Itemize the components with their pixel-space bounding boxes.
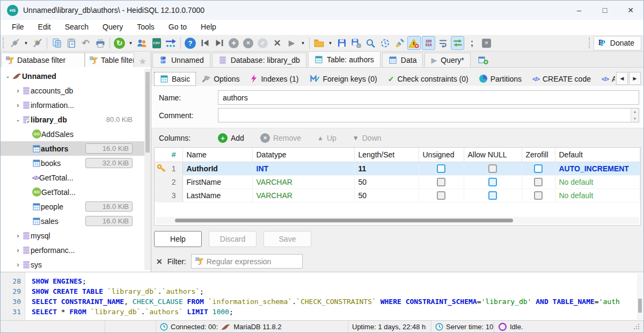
sql-log[interactable]: 28SHOW ENGINES;29SHOW CREATE TABLE `libr… bbox=[1, 272, 643, 321]
cancel-editing[interactable]: ✕ bbox=[270, 36, 284, 50]
grid-header-default[interactable]: Default bbox=[555, 148, 640, 162]
donate-grip[interactable] bbox=[589, 38, 591, 48]
export-grid-csv[interactable]: CSV bbox=[150, 36, 163, 50]
help[interactable]: ? bbox=[184, 36, 197, 50]
table-name-input[interactable] bbox=[218, 90, 639, 105]
save-button[interactable]: Save bbox=[264, 231, 311, 247]
checkbox-zerofill[interactable] bbox=[522, 162, 555, 175]
tree-item-mysql[interactable]: ›mysql bbox=[1, 228, 151, 243]
discard-button[interactable]: Discard bbox=[209, 231, 257, 247]
open-dropdown[interactable]: ▼ bbox=[327, 36, 334, 50]
tree-item-books[interactable]: books32.0 KiB bbox=[1, 156, 151, 170]
record-first[interactable] bbox=[198, 36, 211, 50]
grid-hscrollbar[interactable] bbox=[156, 217, 639, 224]
subtab-create-code[interactable]: </>CREATE code bbox=[527, 72, 596, 86]
binary-view-toggle[interactable]: 100010 bbox=[422, 36, 435, 50]
save[interactable] bbox=[335, 36, 348, 50]
delimiter[interactable]: ; bbox=[465, 36, 479, 50]
move-up-button[interactable]: ▲ Up bbox=[317, 134, 336, 142]
cell-default[interactable]: No default bbox=[555, 175, 640, 189]
refresh[interactable]: ↻ bbox=[113, 36, 126, 50]
filter-close-icon[interactable]: ✕ bbox=[156, 257, 163, 266]
checkbox-allow-null[interactable] bbox=[464, 175, 522, 189]
grid-header-datatype[interactable]: Datatype bbox=[252, 148, 354, 162]
reformat-sql[interactable] bbox=[451, 36, 464, 50]
checkbox-allow-null[interactable] bbox=[464, 189, 522, 202]
tree-chevron-icon[interactable]: ⌄ bbox=[4, 73, 12, 79]
wrap-lines[interactable] bbox=[436, 36, 450, 50]
record-delete[interactable]: ✕ bbox=[241, 36, 255, 50]
checkbox-unsigned[interactable] bbox=[419, 162, 464, 175]
checkbox-zerofill[interactable] bbox=[522, 189, 555, 202]
cell-datatype[interactable]: VARCHAR bbox=[252, 189, 354, 202]
comment-spinner[interactable]: ▲▼ bbox=[631, 108, 639, 122]
tab-data[interactable]: Data bbox=[382, 53, 423, 67]
subtab-basic[interactable]: Basic bbox=[154, 72, 196, 86]
clear-log[interactable]: ✕ bbox=[480, 36, 493, 50]
favorites-star-icon[interactable]: ★ bbox=[138, 56, 147, 67]
sql-log-scrollbar[interactable] bbox=[637, 273, 643, 320]
tab-query[interactable]: ▶Query* bbox=[425, 53, 470, 67]
tree-chevron-icon[interactable]: › bbox=[14, 86, 22, 95]
tree-chevron-icon[interactable]: ⌄ bbox=[14, 117, 22, 122]
print[interactable] bbox=[93, 36, 107, 50]
cell-datatype[interactable]: VARCHAR bbox=[252, 175, 354, 189]
record-last[interactable] bbox=[213, 36, 226, 50]
tab-database-library-db[interactable]: Database: library_db bbox=[212, 53, 306, 67]
toolbar-grip[interactable] bbox=[3, 38, 5, 48]
move-down-button[interactable]: ▼ Down bbox=[353, 134, 382, 142]
menu-item-query[interactable]: Query bbox=[96, 21, 130, 34]
record-post[interactable]: ✓ bbox=[256, 36, 269, 50]
grid-header-name[interactable]: Name bbox=[182, 148, 252, 162]
refresh-dropdown[interactable]: ▼ bbox=[127, 36, 134, 50]
tree-item-sales[interactable]: sales16.0 KiB bbox=[1, 214, 151, 228]
connect-dropdown[interactable]: ▼ bbox=[23, 36, 30, 50]
grid-header-blank[interactable]: # bbox=[155, 148, 182, 162]
tree-chevron-icon[interactable]: › bbox=[14, 260, 22, 269]
save-as[interactable] bbox=[349, 36, 363, 50]
grid-header-length-set[interactable]: Length/Set bbox=[354, 148, 419, 162]
subtab-check-constraints-0[interactable]: ✓Check constraints (0) bbox=[383, 72, 474, 86]
grid-header-zerofill[interactable]: Zerofill bbox=[522, 148, 555, 162]
filter-tab-table-filter[interactable]: Table filter bbox=[85, 53, 134, 67]
tab-new-query-tab[interactable] bbox=[472, 53, 494, 67]
add-column-button[interactable]: + Add bbox=[218, 133, 244, 143]
record-add[interactable]: + bbox=[227, 36, 240, 50]
cell-default[interactable]: No default bbox=[555, 189, 640, 202]
subtab-indexes-1[interactable]: Indexes (1) bbox=[245, 72, 304, 86]
cell-datatype[interactable]: INT bbox=[252, 162, 354, 175]
checkbox-unsigned[interactable] bbox=[419, 175, 464, 189]
tree-chevron-icon[interactable]: › bbox=[14, 246, 22, 254]
find[interactable] bbox=[364, 36, 377, 50]
warnings-toggle[interactable] bbox=[407, 36, 421, 50]
menu-item-file[interactable]: File bbox=[5, 21, 31, 34]
tree-item-addsales[interactable]: GOAddSales bbox=[1, 127, 151, 141]
row-header[interactable]: 3 bbox=[155, 189, 182, 202]
menu-item-go-to[interactable]: Go to bbox=[162, 21, 194, 34]
cell-name[interactable]: AuthorId bbox=[182, 162, 252, 175]
execute-sql[interactable]: ▶ bbox=[285, 36, 298, 50]
tree-item-library-db[interactable]: ⌄library_db80.0 KiB bbox=[1, 112, 151, 127]
tree-item-information[interactable]: ›information... bbox=[1, 98, 151, 112]
copy[interactable] bbox=[50, 36, 63, 50]
table-comment-input[interactable] bbox=[218, 108, 639, 122]
tree-item-sys[interactable]: ›sys bbox=[1, 257, 151, 272]
cell-name[interactable]: FirstName bbox=[182, 175, 252, 189]
resize-grip[interactable] bbox=[633, 323, 640, 330]
tab-table-authors[interactable]: Table: authors bbox=[308, 52, 380, 67]
row-header[interactable]: 2 bbox=[155, 175, 182, 189]
menu-item-search[interactable]: Search bbox=[58, 21, 96, 34]
row-header[interactable]: 1 bbox=[155, 162, 182, 175]
tab-unnamed[interactable]: Unnamed bbox=[152, 53, 210, 67]
cell-length[interactable]: 50 bbox=[354, 175, 419, 189]
cell-name[interactable]: LastName bbox=[182, 189, 252, 202]
tree-scrollbar[interactable] bbox=[144, 69, 151, 270]
paste[interactable] bbox=[64, 36, 78, 50]
find-replace[interactable] bbox=[378, 36, 392, 50]
menu-item-edit[interactable]: Edit bbox=[31, 21, 58, 34]
filter-input[interactable]: Regular expression bbox=[191, 254, 303, 269]
data-flow[interactable] bbox=[164, 36, 178, 50]
disconnect[interactable] bbox=[31, 36, 44, 50]
tree-chevron-icon[interactable]: › bbox=[14, 231, 22, 240]
tree-item-accounts-db[interactable]: ›accounts_db bbox=[1, 83, 151, 98]
